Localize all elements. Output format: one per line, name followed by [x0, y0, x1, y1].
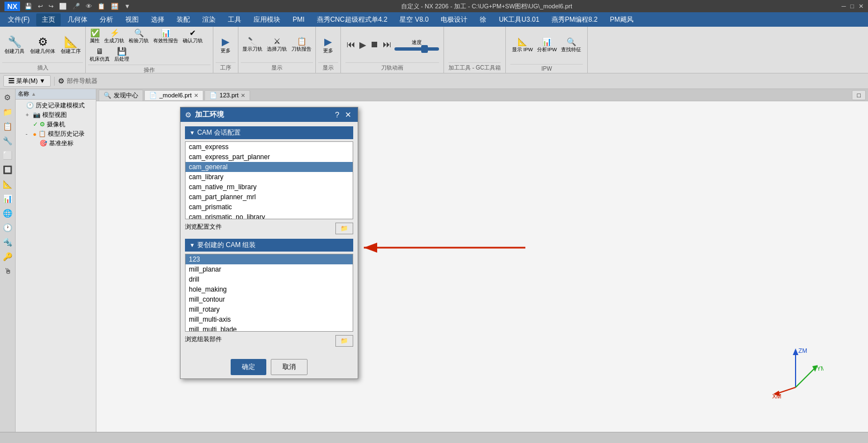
menu-select[interactable]: 选择	[145, 13, 170, 26]
assembly-item-8[interactable]: mill_multi_blade	[186, 324, 353, 332]
menu-xu[interactable]: 徐	[474, 13, 492, 26]
menu-uk-tools[interactable]: UK工具U3.01	[493, 13, 545, 26]
config-item-1[interactable]: cam_express	[186, 142, 353, 152]
dialog-close-btn[interactable]: ✕	[343, 110, 353, 119]
sel-toolpath-btn[interactable]: ⚔选择刀轨	[265, 36, 289, 53]
anim-next-btn[interactable]: ⏭	[382, 38, 393, 51]
sidebar-icon-12[interactable]: 🔑	[1, 250, 14, 263]
nav-item-history[interactable]: 🕐 历史记录建模模式	[17, 101, 95, 110]
menu-home[interactable]: 主页	[36, 13, 61, 26]
anim-prev-btn[interactable]: ⏮	[345, 38, 357, 51]
config-item-4[interactable]: cam_library	[186, 172, 353, 182]
validity-report-btn[interactable]: 📊有效性报告	[152, 28, 180, 45]
config-item-2[interactable]: cam_express_part_planner	[186, 152, 353, 162]
assembly-item-4[interactable]: hole_making	[186, 284, 353, 294]
eye-icon[interactable]: 👁	[85, 3, 93, 9]
assembly-item-6[interactable]: mill_rotary	[186, 304, 353, 314]
browse-assembly-btn[interactable]: 📁	[335, 335, 353, 347]
dialog-help-btn[interactable]: ?	[333, 110, 341, 119]
show-toolpath-btn[interactable]: 🔪显示刀轨	[241, 36, 264, 53]
gen-toolpath-btn[interactable]: ⚡生成刀轨	[103, 28, 126, 45]
123-tab-close[interactable]: ✕	[241, 92, 245, 99]
menu-file[interactable]: 文件(F)	[2, 13, 35, 26]
sidebar-icon-10[interactable]: 🕐	[1, 222, 14, 234]
menu-render[interactable]: 渲染	[197, 13, 221, 26]
menu-pm-typhoon[interactable]: PM飓风	[604, 13, 639, 26]
assembly-item-3[interactable]: drill	[186, 274, 353, 284]
config-item-6[interactable]: cam_part_planner_mrl	[186, 192, 353, 202]
assembly-item-7[interactable]: mill_multi-axis	[186, 314, 353, 324]
new-icon[interactable]: ⬜	[58, 3, 68, 10]
nav-item-history-record[interactable]: - ● 📋 模型历史记录	[17, 129, 95, 139]
cam-config-list[interactable]: cam_express cam_express_part_planner cam…	[185, 141, 353, 219]
config-item-7[interactable]: cam_prismatic	[186, 202, 353, 212]
menu-modules[interactable]: 应用模块	[248, 13, 286, 26]
menu-dropdown-btn[interactable]: ☰ 菜单(M) ▼	[3, 75, 51, 87]
assembly-item-2[interactable]: mill_planar	[186, 264, 353, 274]
show-ipw-btn[interactable]: 📐显示 IPW	[510, 37, 535, 54]
more-btn-1[interactable]: ▶ 更多	[216, 35, 236, 55]
cancel-button[interactable]: 取消	[271, 359, 308, 375]
sidebar-icon-13[interactable]: 🖱	[2, 265, 13, 277]
maximize-btn[interactable]: □	[850, 3, 854, 10]
settings-icon[interactable]: ⚙	[58, 77, 65, 85]
window-icon[interactable]: 🪟	[110, 3, 120, 10]
sidebar-icon-2[interactable]: 📁	[1, 106, 14, 118]
tab-model6[interactable]: 📄 _model6.prt ✕	[144, 90, 203, 100]
sidebar-icon-5[interactable]: ⬜	[1, 149, 14, 161]
menu-geometry[interactable]: 几何体	[62, 13, 93, 26]
close-btn[interactable]: ✕	[859, 3, 864, 10]
menu-view[interactable]: 视图	[120, 13, 144, 26]
sidebar-icon-9[interactable]: 🌐	[1, 207, 14, 219]
menu-electrode[interactable]: 电极设计	[435, 13, 473, 26]
dialog-header[interactable]: ⚙ 加工环境 ? ✕	[181, 107, 358, 122]
speed-slider[interactable]	[394, 47, 439, 51]
config-item-8[interactable]: cam_prismatic_no_library	[186, 212, 353, 219]
toolpath-report-btn[interactable]: 📋刀轨报告	[290, 36, 313, 53]
config-item-3[interactable]: cam_general	[186, 162, 353, 172]
verify-toolpath-btn[interactable]: 🔍检验刀轨	[127, 28, 150, 45]
browse-config-btn[interactable]: 📁	[335, 223, 353, 234]
confirm-toolpath-btn[interactable]: ✔确认刀轨	[181, 28, 204, 45]
menu-starspace[interactable]: 星空 V8.0	[394, 13, 434, 26]
assembly-item-1[interactable]: 123	[186, 254, 353, 264]
menu-analysis[interactable]: 分析	[94, 13, 119, 26]
nav-item-datum[interactable]: 🎯 基准坐标	[17, 139, 95, 148]
section2-header[interactable]: ▼ 要创建的 CAM 组装	[185, 239, 353, 252]
find-features-btn[interactable]: 🔍查找特征	[559, 37, 583, 54]
mic-icon[interactable]: 🎤	[71, 3, 81, 10]
sidebar-icon-8[interactable]: 📊	[1, 193, 14, 205]
more-icon[interactable]: ▼	[123, 3, 131, 9]
clipboard-icon[interactable]: 📋	[96, 3, 106, 10]
restore-btn[interactable]: □	[852, 90, 866, 100]
config-item-5[interactable]: cam_native_rm_library	[186, 182, 353, 192]
nav-item-model-views[interactable]: + 📷 模型视图	[17, 110, 95, 120]
sidebar-icon-7[interactable]: 📐	[1, 178, 14, 190]
create-tool-btn[interactable]: 🔧 创建刀具	[2, 34, 27, 56]
assembly-item-5[interactable]: mill_contour	[186, 294, 353, 304]
menu-pmi[interactable]: PMI	[287, 14, 310, 25]
sidebar-icon-6[interactable]: 🔲	[1, 164, 14, 176]
menu-assembly[interactable]: 装配	[171, 13, 196, 26]
undo-icon[interactable]: ↩	[37, 3, 44, 10]
speed-thumb[interactable]	[421, 45, 428, 53]
sidebar-icon-1[interactable]: ⚙	[2, 91, 13, 104]
anim-stop-btn[interactable]: ⏹	[369, 38, 380, 51]
confirm-button[interactable]: 确定	[231, 359, 266, 375]
more-display-btn[interactable]: ▶更多	[318, 35, 338, 55]
sidebar-icon-3[interactable]: 📋	[1, 120, 14, 132]
cam-assembly-list[interactable]: 123 mill_planar drill hole_making mill_c…	[185, 254, 353, 332]
sidebar-icon-4[interactable]: 🔧	[1, 135, 14, 147]
redo-icon[interactable]: ↪	[47, 3, 55, 10]
anim-play-btn[interactable]: ▶	[358, 38, 367, 51]
sidebar-icon-11[interactable]: 🔩	[1, 236, 14, 248]
save-icon[interactable]: 💾	[23, 3, 33, 10]
analyze-ipw-btn[interactable]: 📊分析IPW	[535, 37, 558, 54]
tab-123[interactable]: 📄 123.prt ✕	[204, 90, 250, 100]
model6-tab-close[interactable]: ✕	[194, 92, 198, 99]
section1-header[interactable]: ▼ CAM 会话配置	[185, 126, 353, 139]
postprocess-btn[interactable]: 💾后处理	[113, 46, 131, 63]
part-nav-sort-icon[interactable]: ▲	[31, 91, 36, 97]
menu-yanxiu-cnc[interactable]: 燕秀CNC超级程式单4.2	[311, 13, 393, 26]
tab-discovery[interactable]: 🔍 发现中心	[99, 90, 143, 101]
